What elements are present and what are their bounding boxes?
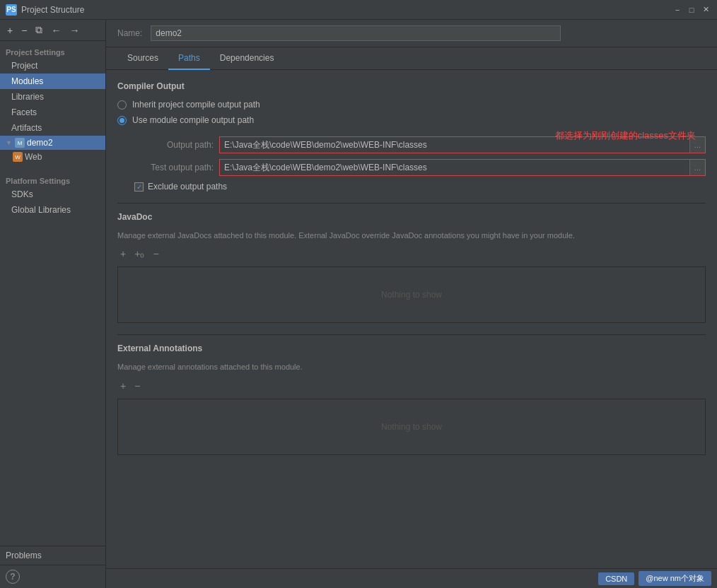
close-button[interactable]: ✕	[700, 4, 711, 16]
demo2-label: demo2	[27, 138, 53, 148]
module-icon: M	[15, 138, 25, 148]
javadoc-section: JavaDoc Manage external JavaDocs attache…	[117, 212, 706, 323]
sidebar-toolbar: + − ⧉ ← →	[0, 20, 105, 41]
name-input[interactable]	[151, 25, 561, 41]
javadoc-title: JavaDoc	[117, 212, 706, 222]
titlebar: PS Project Structure − □ ✕	[0, 0, 717, 20]
inherit-radio-label: Inherit project compile output path	[132, 100, 260, 110]
platform-settings-label: Platform Settings	[0, 172, 105, 187]
tabs: Sources Paths Dependencies	[106, 47, 717, 70]
facets-label: Facets	[11, 107, 37, 117]
sidebar-item-problems[interactable]: Problems	[0, 546, 105, 565]
sidebar-item-facets[interactable]: Facets	[0, 105, 105, 120]
annotation-hint: 都选择为刚刚创建的classes文件夹	[555, 129, 696, 142]
external-annotations-section: External Annotations Manage external ann…	[117, 343, 706, 454]
window-controls: − □ ✕	[672, 4, 711, 16]
annotations-empty-area: Nothing to show	[117, 399, 706, 455]
web-label: Web	[25, 152, 42, 162]
add-button[interactable]: +	[4, 23, 16, 37]
output-path-label: Output path:	[134, 140, 219, 150]
test-output-path-row: Test output path: …	[117, 159, 706, 176]
test-output-path-wrapper: …	[219, 159, 706, 176]
problems-label: Problems	[6, 551, 42, 560]
titlebar-title: Project Structure	[21, 5, 672, 15]
sidebar-item-artifacts[interactable]: Artifacts	[0, 120, 105, 136]
sidebar-item-sdks[interactable]: SDKs	[0, 187, 105, 202]
annotations-remove-button[interactable]: −	[132, 379, 143, 393]
javadoc-empty-label: Nothing to show	[381, 290, 442, 300]
annotations-toolbar: + −	[117, 379, 706, 393]
sdks-label: SDKs	[11, 189, 33, 199]
use-module-radio[interactable]	[117, 116, 127, 125]
divider-1	[117, 203, 706, 204]
javadoc-description: Manage external JavaDocs attached to thi…	[117, 230, 706, 241]
tree-item-demo2[interactable]: ▼ M demo2	[0, 136, 105, 150]
external-annotations-title: External Annotations	[117, 343, 706, 353]
javadoc-add-button[interactable]: +	[117, 247, 129, 261]
inherit-radio-item[interactable]: Inherit project compile output path	[117, 100, 706, 110]
annotations-empty-label: Nothing to show	[381, 422, 442, 432]
sidebar-nav: Project Settings Project Modules Librari…	[0, 41, 105, 546]
sidebar: + − ⧉ ← → Project Settings Project Modul…	[0, 20, 106, 588]
nav-back-button[interactable]: ←	[48, 23, 64, 37]
javadoc-add-special-button[interactable]: +₀	[132, 247, 147, 261]
nav-forward-button[interactable]: →	[66, 23, 82, 37]
sidebar-item-global-libraries[interactable]: Global Libraries	[0, 202, 105, 218]
expand-arrow: ▼	[6, 139, 13, 146]
app-icon: PS	[6, 4, 17, 16]
radio-group: Inherit project compile output path Use …	[117, 100, 706, 125]
inherit-radio[interactable]	[117, 100, 127, 110]
csdn-button[interactable]: CSDN	[598, 572, 634, 585]
global-libraries-label: Global Libraries	[11, 205, 71, 215]
javadoc-toolbar: + +₀ −	[117, 247, 706, 261]
remove-button[interactable]: −	[18, 23, 30, 37]
use-module-radio-label: Use module compile output path	[132, 115, 254, 125]
maximize-button[interactable]: □	[686, 4, 697, 16]
exclude-checkbox[interactable]	[134, 182, 144, 192]
test-output-path-input[interactable]	[220, 160, 689, 175]
sidebar-item-libraries[interactable]: Libraries	[0, 89, 105, 105]
tab-paths[interactable]: Paths	[168, 47, 210, 70]
annotations-add-button[interactable]: +	[117, 379, 129, 393]
external-annotations-description: Manage external annotations attached to …	[117, 362, 706, 372]
tab-dependencies[interactable]: Dependencies	[210, 47, 284, 70]
project-settings-label: Project Settings	[0, 44, 105, 58]
new-object-button[interactable]: @new nm个对象	[639, 571, 711, 586]
tab-sources[interactable]: Sources	[117, 47, 168, 70]
name-label: Name:	[117, 28, 142, 38]
minimize-button[interactable]: −	[672, 4, 683, 16]
tree-item-web[interactable]: W Web	[0, 150, 105, 164]
test-output-path-browse-button[interactable]: …	[689, 160, 705, 175]
exclude-checkbox-row: Exclude output paths	[117, 182, 706, 192]
exclude-checkbox-label: Exclude output paths	[148, 182, 227, 192]
project-label: Project	[11, 61, 37, 71]
divider-2	[117, 334, 706, 335]
use-module-radio-item[interactable]: Use module compile output path	[117, 115, 706, 125]
copy-button[interactable]: ⧉	[33, 23, 45, 37]
libraries-label: Libraries	[11, 92, 44, 102]
content-body: Compiler Output Inherit project compile …	[106, 70, 717, 568]
main-container: + − ⧉ ← → Project Settings Project Modul…	[0, 20, 717, 588]
sidebar-item-project[interactable]: Project	[0, 58, 105, 74]
content-header: Name:	[106, 20, 717, 47]
artifacts-label: Artifacts	[11, 123, 42, 133]
content-area: Name: 都选择为刚刚创建的classes文件夹 Sources Paths …	[106, 20, 717, 588]
help-button[interactable]: ?	[0, 565, 105, 588]
help-icon[interactable]: ?	[6, 570, 20, 584]
bottom-bar: CSDN @new nm个对象	[106, 568, 717, 588]
javadoc-remove-button[interactable]: −	[150, 247, 161, 261]
web-icon: W	[13, 152, 23, 162]
modules-label: Modules	[11, 76, 43, 86]
test-output-path-label: Test output path:	[134, 163, 219, 172]
sidebar-item-modules[interactable]: Modules	[0, 74, 105, 89]
compiler-output-title: Compiler Output	[117, 81, 706, 91]
javadoc-empty-area: Nothing to show	[117, 266, 706, 323]
